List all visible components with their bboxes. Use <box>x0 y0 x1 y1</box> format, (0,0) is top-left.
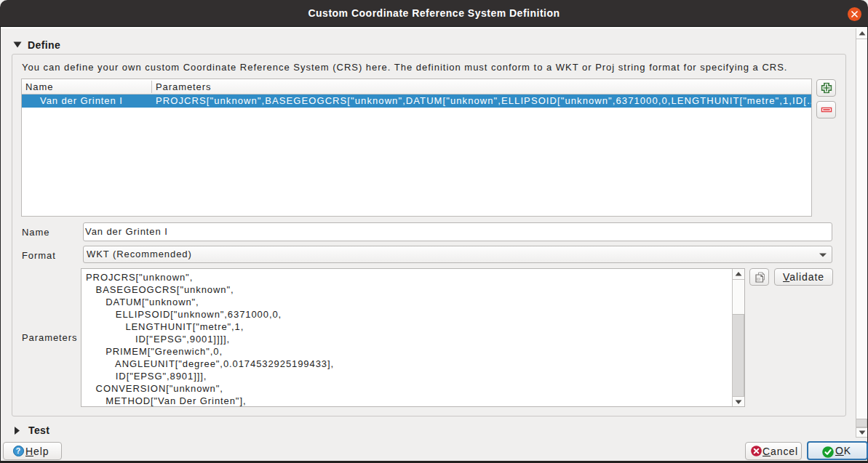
svg-text:?: ? <box>16 446 21 455</box>
